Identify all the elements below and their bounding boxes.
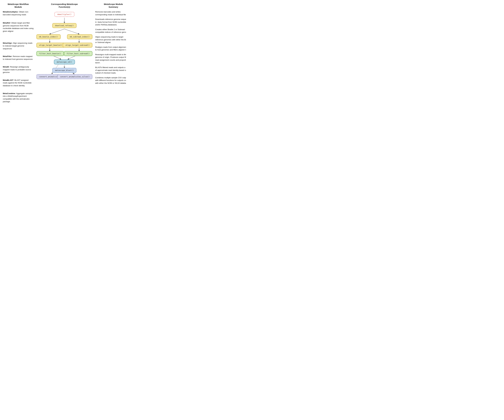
right-header: MetaScope Module Summary xyxy=(95,3,126,11)
right-column: MetaScope Module Summary Removes barcode… xyxy=(95,3,126,107)
node-demultiplex: demultiplex() xyxy=(54,12,74,17)
right-item-metablast: BLASTs filtered reads and outputs a CSV … xyxy=(95,66,126,74)
middle-column: Corresponding MetaScope Function(s) xyxy=(35,3,94,107)
svg-line-2 xyxy=(64,29,79,34)
node-align-target-subread: align_target_subread() xyxy=(63,43,92,48)
left-bold-metaid: MetaID xyxy=(3,66,9,68)
node-mk-bowtie-index: mk_bowtie_index() xyxy=(36,34,61,39)
left-item-demultiplex: MetaDemultiplex: Obtain non-barcoded seq… xyxy=(3,11,34,16)
right-item-download: Downloads reference genome sequences in … xyxy=(95,18,126,26)
right-item-index: Creates either Bowtie 2 or Subread-compa… xyxy=(95,28,126,34)
left-bold-metafilter: MetaFilter xyxy=(3,55,12,57)
node-download-refseq: download_refseq() xyxy=(52,23,76,28)
left-item-metaid: MetaID: Reassign ambiguously mapped read… xyxy=(3,66,34,74)
right-item-filter: Realigns reads from output alignment fil… xyxy=(95,46,126,51)
node-metascope-blast: metascope_blast() xyxy=(52,68,76,73)
left-item-metacombine: MetaCombine: Aggregate samples into a Mu… xyxy=(3,92,34,103)
flowchart: demultiplex() download_refseq() mk_bowti… xyxy=(35,11,94,106)
left-item-metafilter: MetaFilter: Remove reads mapped to index… xyxy=(3,55,34,60)
left-header: MetaScope Workflow Module xyxy=(3,3,34,11)
left-bold-metacombine: MetaCombine xyxy=(3,92,15,95)
center-header: Corresponding MetaScope Function(s) xyxy=(51,3,78,11)
left-item-metaref: MetaRef: Obtain target and filter genome… xyxy=(3,22,34,32)
left-column: MetaScope Workflow Module MetaDemultiple… xyxy=(3,3,34,107)
node-align-target-bowtie: align_target_bowtie() xyxy=(36,43,65,48)
right-item-demultiplex: Removes barcodes and writes correspondin… xyxy=(95,11,126,16)
left-item-metablast: MetaBLAST: BLAST assigned reads against … xyxy=(3,79,34,87)
node-metascope-id: metascope_id() xyxy=(54,60,75,64)
page-container: MetaScope Workflow Module MetaDemultiple… xyxy=(3,3,123,107)
node-convert-animalcules-silva: convert_animalcules_silva() xyxy=(57,74,92,79)
svg-line-1 xyxy=(50,29,64,34)
right-item-metacombine: Combines multiple sample CSV outputs, wi… xyxy=(95,76,126,84)
node-filter-host-subread: filter_host_subread() xyxy=(64,51,92,56)
left-bold-demultiplex: MetaDemultiplex xyxy=(3,11,18,13)
node-filter-host-bowtie: filter_host_bowtie() xyxy=(36,51,64,56)
left-item-metaalign: MetaAlign: Align sequencing reads to ind… xyxy=(3,42,34,50)
right-item-align: Aligns sequencing reads to target refere… xyxy=(95,36,126,44)
left-bold-metaalign: MetaAlign xyxy=(3,42,12,44)
left-bold-metablast: MetaBLAST xyxy=(3,79,13,81)
right-item-metaid: Reassigns multi-mapped reads to likely g… xyxy=(95,53,126,64)
node-mk-subread-index: mk_subread_index() xyxy=(67,34,92,39)
left-bold-metaref: MetaRef xyxy=(3,22,10,24)
